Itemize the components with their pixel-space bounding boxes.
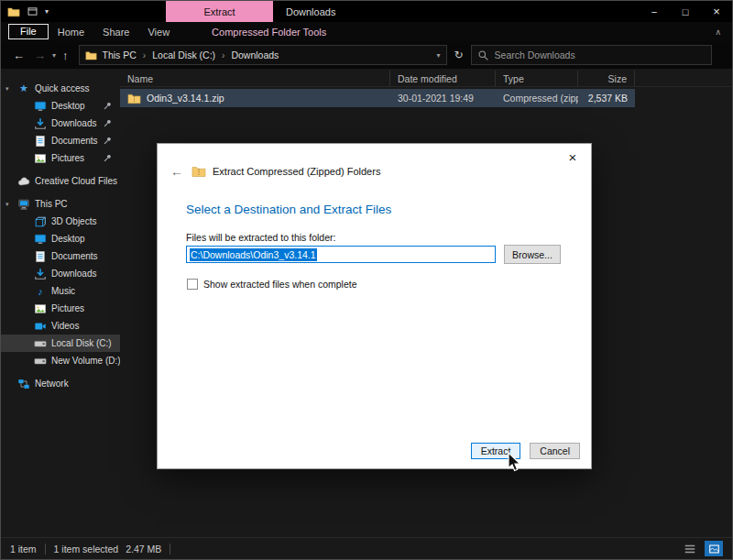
sidebar-item-label: Pictures [51,153,84,163]
show-files-checkbox-row[interactable]: Show extracted files when complete [187,279,357,290]
dialog-back-icon[interactable]: ← [170,164,183,179]
pin-icon [103,153,113,163]
sidebar-item-music[interactable]: ♪ Music [1,282,120,300]
cancel-button[interactable]: Cancel [530,443,580,459]
extract-button[interactable]: Extract [471,443,521,459]
document-icon [34,250,47,263]
app-folder-icon[interactable] [7,5,20,18]
file-menu-tab[interactable]: File [8,24,49,39]
dialog-heading: Select a Destination and Extract Files [186,203,391,216]
column-date-modified[interactable]: Date modified [390,71,496,86]
sidebar-item-documents-pinned[interactable]: Documents [1,132,120,149]
dialog-close-icon[interactable]: × [563,150,582,164]
zip-folder-icon [191,164,206,179]
checkbox-label: Show extracted files when complete [203,279,357,290]
sidebar-item-this-pc[interactable]: ▾ This PC [1,195,120,213]
status-bar: 1 item 1 item selected 2.47 MB [1,537,732,559]
document-icon [34,135,47,148]
sidebar-item-pictures[interactable]: Pictures [1,300,120,317]
dialog-title: Extract Compressed (Zipped) Folders [213,166,380,177]
file-type: Compressed (zipp... [496,93,578,104]
sidebar-item-downloads-pinned[interactable]: Downloads [1,115,120,132]
status-selected-size: 2.47 MB [126,544,161,555]
tab-compressed-folder-tools[interactable]: Compressed Folder Tools [202,25,335,39]
music-icon: ♪ [34,286,47,297]
sidebar-item-pictures-pinned[interactable]: Pictures [1,149,120,167]
address-dropdown-icon[interactable]: ▾ [437,51,441,60]
title-bar: ▾ Extract Downloads − □ × [1,1,732,22]
address-breadcrumb-box[interactable]: This PC › Local Disk (C:) › Downloads ▾ [79,45,447,65]
maximize-button[interactable]: □ [670,1,701,22]
breadcrumb-this-pc[interactable]: This PC [101,49,138,60]
breadcrumb-local-disk[interactable]: Local Disk (C:) [150,49,217,60]
checkbox-unchecked[interactable] [187,279,198,290]
forward-icon[interactable]: → [29,49,50,62]
file-name: Odin3_v3.14.1.zip [147,93,224,104]
breadcrumb-downloads[interactable]: Downloads [229,49,280,60]
sidebar-item-label: Desktop [51,101,85,111]
search-input[interactable] [495,49,706,60]
pin-icon [103,118,113,128]
picture-icon [34,302,47,315]
file-row-selected[interactable]: Odin3_v3.14.1.zip 30-01-2021 19:49 Compr… [120,89,635,107]
large-icons-view-button[interactable] [705,541,723,556]
navigation-pane: ▾ ★ Quick access Desktop Downloads Docum… [1,69,120,537]
tab-share[interactable]: Share [93,25,138,39]
sidebar-item-label: Music [51,286,75,296]
browse-button[interactable]: Browse... [504,245,561,264]
network-icon [17,378,30,390]
sidebar-item-creative-cloud-files[interactable]: Creative Cloud Files [1,172,120,190]
monitor-icon [34,100,47,113]
address-bar: ← → ▾ ↑ This PC › Local Disk (C:) › Down… [1,41,732,69]
sidebar-item-label: Creative Cloud Files [35,176,117,186]
sidebar-item-desktop-pinned[interactable]: Desktop [1,97,120,115]
sidebar-item-3d-objects[interactable]: 3D Objects [1,213,120,230]
ribbon-tab-row: File Home Share View Compressed Folder T… [1,22,732,41]
sidebar-item-label: Documents [51,136,98,146]
file-size: 2,537 KB [578,93,635,104]
destination-path-value: C:\Downloads\Odin3_v3.14.1 [190,248,317,261]
sidebar-item-documents[interactable]: Documents [1,247,120,265]
close-button[interactable]: × [701,1,732,22]
recent-locations-icon[interactable]: ▾ [50,51,58,60]
sidebar-item-quick-access[interactable]: ▾ ★ Quick access [1,80,120,97]
destination-path-input[interactable]: C:\Downloads\Odin3_v3.14.1 [186,246,496,263]
back-icon[interactable]: ← [8,49,29,62]
window-title: Downloads [286,1,335,22]
minimize-button[interactable]: − [639,1,670,22]
qat-window-icon[interactable] [27,5,38,17]
monitor-icon [34,233,47,246]
column-header-row: Name Date modified Type Size [120,71,732,87]
window-controls: − □ × [639,1,732,22]
sidebar-item-label: Quick access [35,83,89,93]
qat-dropdown-icon[interactable]: ▾ [45,7,49,16]
star-icon: ★ [17,82,30,94]
download-icon [34,117,47,130]
cube-icon [34,215,47,228]
tab-view[interactable]: View [138,25,179,39]
sidebar-item-label: 3D Objects [51,216,96,226]
titlebar-extract-tab[interactable]: Extract [166,1,273,22]
details-view-button[interactable] [681,541,699,556]
column-size[interactable]: Size [578,71,635,86]
search-box[interactable] [471,45,712,65]
sidebar-item-videos[interactable]: Videos [1,317,120,335]
up-icon[interactable]: ↑ [58,49,73,62]
pin-icon [103,136,113,146]
sidebar-item-desktop[interactable]: Desktop [1,230,120,247]
sidebar-item-downloads[interactable]: Downloads [1,265,120,282]
ribbon-collapse-icon[interactable]: ∧ [715,27,721,37]
sidebar-item-network[interactable]: Network [1,375,120,392]
breadcrumb-separator-icon: › [138,50,150,60]
column-name[interactable]: Name [120,71,390,86]
sidebar-item-new-volume-d[interactable]: New Volume (D:) [1,352,120,369]
chevron-down-icon[interactable]: ▾ [5,85,9,93]
tab-home[interactable]: Home [49,25,93,39]
refresh-icon[interactable]: ↻ [447,49,471,61]
sidebar-item-label: Desktop [51,234,85,244]
sidebar-item-label: Network [35,379,69,389]
chevron-down-icon[interactable]: ▾ [5,201,9,208]
sidebar-item-local-disk-c[interactable]: Local Disk (C:) [1,335,120,352]
status-divider [45,544,46,555]
column-type[interactable]: Type [496,71,578,86]
